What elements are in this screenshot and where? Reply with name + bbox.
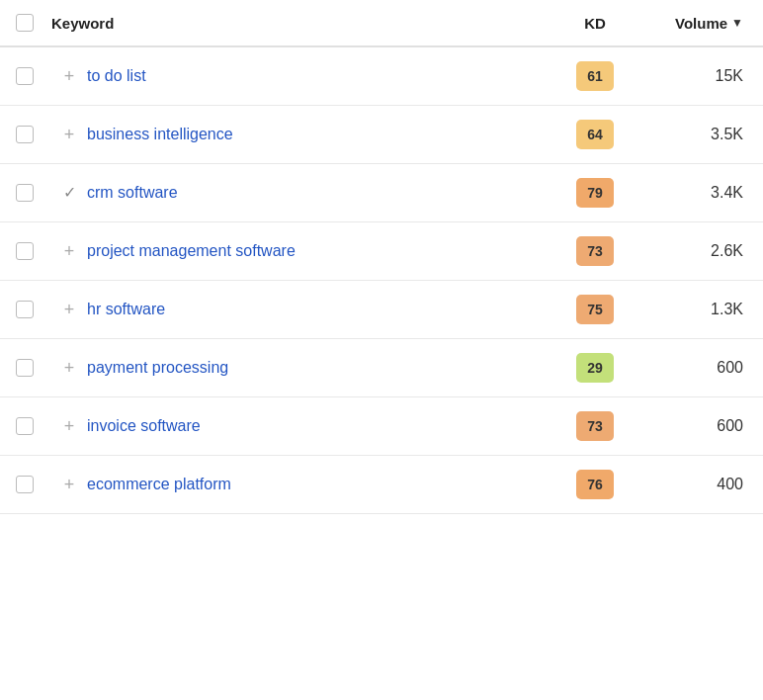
keyword-text[interactable]: ecommerce platform bbox=[87, 476, 555, 493]
row-checkbox-col bbox=[16, 417, 51, 435]
table-row: ✓crm software793.4K bbox=[0, 164, 763, 222]
volume-value: 400 bbox=[635, 476, 743, 493]
volume-value: 2.6K bbox=[635, 242, 743, 260]
kd-column-header: KD bbox=[555, 15, 635, 32]
keyword-text[interactable]: business intelligence bbox=[87, 126, 555, 143]
row-checkbox[interactable] bbox=[16, 476, 34, 493]
volume-sort-icon: ▼ bbox=[731, 16, 743, 30]
select-all-checkbox-col bbox=[16, 14, 51, 32]
plus-icon[interactable]: + bbox=[64, 417, 75, 435]
keyword-text[interactable]: hr software bbox=[87, 301, 555, 318]
table-row: +project management software732.6K bbox=[0, 222, 763, 281]
kd-col: 29 bbox=[555, 353, 635, 383]
keyword-text[interactable]: crm software bbox=[87, 184, 555, 202]
row-checkbox[interactable] bbox=[16, 242, 34, 260]
kd-badge: 61 bbox=[576, 61, 614, 91]
volume-value: 600 bbox=[635, 417, 743, 435]
rows-container: +to do list6115K+business intelligence64… bbox=[0, 47, 763, 514]
table-header: Keyword KD Volume ▼ bbox=[0, 0, 763, 47]
row-checkbox[interactable] bbox=[16, 301, 34, 318]
volume-value: 3.5K bbox=[635, 126, 743, 143]
kd-badge: 29 bbox=[576, 353, 614, 383]
row-checkbox[interactable] bbox=[16, 126, 34, 143]
kd-col: 73 bbox=[555, 411, 635, 441]
table-row: +invoice software73600 bbox=[0, 397, 763, 456]
kd-col: 73 bbox=[555, 236, 635, 266]
table-row: +business intelligence643.5K bbox=[0, 106, 763, 164]
kd-col: 76 bbox=[555, 470, 635, 499]
add-keyword-button[interactable]: + bbox=[51, 126, 87, 143]
row-checkbox-col bbox=[16, 242, 51, 260]
row-checkbox[interactable] bbox=[16, 67, 34, 85]
keyword-text[interactable]: payment processing bbox=[87, 359, 555, 377]
plus-icon[interactable]: + bbox=[64, 301, 75, 318]
table-row: +to do list6115K bbox=[0, 47, 763, 106]
plus-icon[interactable]: + bbox=[64, 67, 75, 85]
check-icon: ✓ bbox=[63, 185, 76, 201]
row-checkbox[interactable] bbox=[16, 184, 34, 202]
row-checkbox[interactable] bbox=[16, 417, 34, 435]
row-checkbox-col bbox=[16, 301, 51, 318]
kd-col: 64 bbox=[555, 120, 635, 149]
row-checkbox-col bbox=[16, 359, 51, 377]
keyword-text[interactable]: to do list bbox=[87, 67, 555, 85]
volume-value: 3.4K bbox=[635, 184, 743, 202]
add-keyword-button[interactable]: + bbox=[51, 67, 87, 85]
row-checkbox-col bbox=[16, 67, 51, 85]
row-checkbox[interactable] bbox=[16, 359, 34, 377]
keyword-text[interactable]: invoice software bbox=[87, 417, 555, 435]
keyword-text[interactable]: project management software bbox=[87, 242, 555, 260]
plus-icon[interactable]: + bbox=[64, 242, 75, 260]
add-keyword-button[interactable]: + bbox=[51, 242, 87, 260]
kd-col: 79 bbox=[555, 178, 635, 208]
kd-badge: 79 bbox=[576, 178, 614, 208]
kd-badge: 76 bbox=[576, 470, 614, 499]
plus-icon[interactable]: + bbox=[64, 476, 75, 493]
kd-badge: 73 bbox=[576, 236, 614, 266]
row-checkbox-col bbox=[16, 184, 51, 202]
add-keyword-button[interactable]: + bbox=[51, 476, 87, 493]
kd-badge: 75 bbox=[576, 295, 614, 324]
keyword-column-header: Keyword bbox=[51, 15, 555, 32]
add-keyword-button[interactable]: + bbox=[51, 359, 87, 377]
volume-value: 15K bbox=[635, 67, 743, 85]
add-keyword-button[interactable]: + bbox=[51, 301, 87, 318]
plus-icon[interactable]: + bbox=[64, 126, 75, 143]
added-keyword-indicator: ✓ bbox=[51, 185, 87, 201]
kd-badge: 64 bbox=[576, 120, 614, 149]
table-row: +hr software751.3K bbox=[0, 281, 763, 339]
row-checkbox-col bbox=[16, 126, 51, 143]
kd-badge: 73 bbox=[576, 411, 614, 441]
row-checkbox-col bbox=[16, 476, 51, 493]
kd-col: 61 bbox=[555, 61, 635, 91]
volume-column-header[interactable]: Volume ▼ bbox=[635, 15, 743, 32]
table-row: +payment processing29600 bbox=[0, 339, 763, 397]
plus-icon[interactable]: + bbox=[64, 359, 75, 377]
select-all-checkbox[interactable] bbox=[16, 14, 34, 32]
keyword-table: Keyword KD Volume ▼ +to do list6115K+bus… bbox=[0, 0, 763, 514]
table-row: +ecommerce platform76400 bbox=[0, 456, 763, 514]
add-keyword-button[interactable]: + bbox=[51, 417, 87, 435]
volume-value: 600 bbox=[635, 359, 743, 377]
kd-col: 75 bbox=[555, 295, 635, 324]
volume-value: 1.3K bbox=[635, 301, 743, 318]
